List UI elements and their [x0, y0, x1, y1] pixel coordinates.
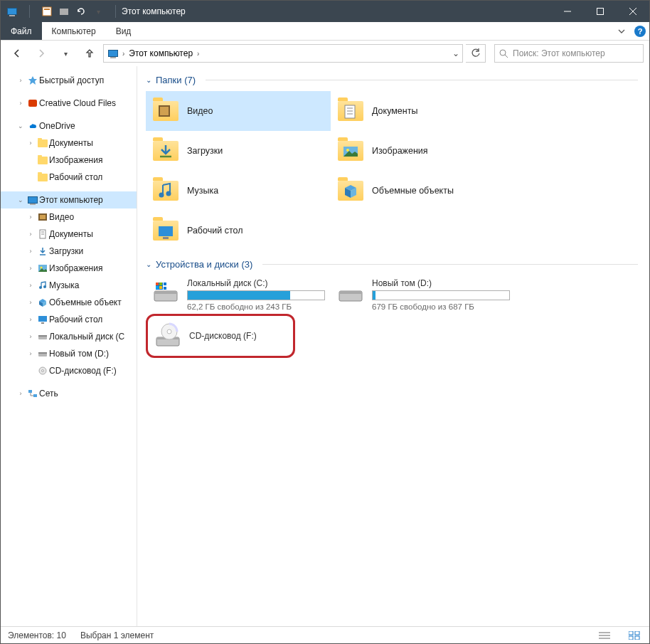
- tree-downloads[interactable]: ›Загрузки: [1, 243, 137, 260]
- tree-label: Новый том (D:): [49, 349, 109, 359]
- folder-documents[interactable]: Документы: [331, 91, 516, 131]
- status-item-count: Элементов: 10: [8, 630, 66, 640]
- svg-rect-29: [33, 394, 37, 397]
- back-button[interactable]: [6, 43, 28, 64]
- drive-c[interactable]: Локальный диск (C:) 62,2 ГБ свободно из …: [146, 275, 331, 314]
- tree-disk-c[interactable]: ›Локальный диск (C: [1, 328, 137, 345]
- chevron-down-icon[interactable]: ⌄: [15, 196, 26, 204]
- address-bar-row: ▾ › Этот компьютер › ⌄ Поиск: Этот компь…: [1, 41, 649, 66]
- folder-3d-objects[interactable]: Объемные объекты: [331, 171, 516, 211]
- close-button[interactable]: [617, 1, 649, 22]
- chevron-right-icon[interactable]: ›: [25, 316, 36, 323]
- svg-rect-50: [156, 286, 159, 289]
- tree-onedrive-docs[interactable]: ›Документы: [1, 134, 137, 152]
- folder-music[interactable]: Музыка: [146, 171, 331, 211]
- ribbon: Файл Компьютер Вид ?: [1, 22, 649, 41]
- view-tab[interactable]: Вид: [106, 22, 142, 40]
- drive-d[interactable]: Новый том (D:) 679 ГБ свободно из 687 ГБ: [331, 275, 516, 314]
- computer-tab[interactable]: Компьютер: [42, 22, 106, 40]
- properties-icon[interactable]: [41, 6, 53, 17]
- tree-onedrive[interactable]: ⌄OneDrive: [1, 117, 137, 134]
- tree-this-pc[interactable]: ⌄Этот компьютер: [1, 191, 137, 208]
- window-title: Этот компьютер: [122, 6, 186, 16]
- address-box[interactable]: › Этот компьютер › ⌄: [103, 44, 463, 63]
- chevron-right-icon[interactable]: ›: [25, 282, 36, 289]
- svg-line-8: [505, 55, 508, 58]
- image-icon: [36, 263, 49, 273]
- svg-point-39: [159, 193, 164, 198]
- recent-dropdown[interactable]: ▾: [55, 43, 76, 64]
- folder-downloads[interactable]: Загрузки: [146, 131, 331, 171]
- forward-button[interactable]: [31, 43, 52, 64]
- group-title: Устройства и диски (3): [156, 259, 252, 270]
- svg-point-17: [41, 267, 43, 269]
- new-folder-icon[interactable]: [58, 6, 70, 17]
- folder-desktop[interactable]: Рабочий стол: [146, 211, 331, 250]
- tree-quick-access[interactable]: ›Быстрый доступ: [1, 72, 137, 89]
- cube-icon: [36, 297, 49, 307]
- chevron-right-icon[interactable]: ›: [197, 50, 199, 58]
- chevron-right-icon[interactable]: ›: [25, 231, 36, 238]
- chevron-right-icon[interactable]: ›: [25, 248, 36, 255]
- folder-label: Видео: [187, 106, 213, 116]
- tree-docs[interactable]: ›Документы: [1, 226, 137, 243]
- tree-music[interactable]: ›Музыка: [1, 277, 137, 294]
- svg-rect-49: [159, 283, 162, 285]
- tree-onedrive-images[interactable]: Изображения: [1, 152, 137, 169]
- folder-icon: [36, 139, 49, 147]
- docs-folder-icon: [336, 97, 365, 125]
- cc-icon: [26, 98, 39, 108]
- status-bar: Элементов: 10 Выбран 1 элемент: [1, 626, 649, 643]
- svg-rect-63: [629, 636, 633, 640]
- chevron-down-icon[interactable]: ⌄: [15, 122, 26, 130]
- group-folders[interactable]: ⌄ Папки (7): [146, 66, 649, 91]
- chevron-right-icon[interactable]: ›: [122, 50, 124, 58]
- chevron-right-icon[interactable]: ›: [25, 213, 36, 221]
- address-dropdown-icon[interactable]: ⌄: [452, 48, 459, 58]
- chevron-right-icon[interactable]: ›: [25, 265, 36, 272]
- minimize-button[interactable]: [551, 1, 584, 22]
- refresh-button[interactable]: [466, 44, 486, 63]
- folder-images[interactable]: Изображения: [331, 131, 516, 171]
- tree-label: OneDrive: [39, 121, 75, 131]
- expand-ribbon-button[interactable]: [612, 22, 631, 41]
- undo-icon[interactable]: [75, 6, 87, 17]
- thumbnails-view-button[interactable]: [627, 629, 642, 642]
- drive-cdrom[interactable]: CD-дисковод (F:): [146, 314, 295, 358]
- tree-creative-cloud[interactable]: ›Creative Cloud Files: [1, 95, 137, 112]
- tree-cdrom[interactable]: CD-дисковод (F:): [1, 362, 137, 379]
- chevron-right-icon[interactable]: ›: [15, 77, 26, 84]
- tree-network[interactable]: ›Сеть: [1, 385, 137, 402]
- chevron-right-icon[interactable]: ›: [15, 100, 26, 107]
- tree-label: Видео: [49, 212, 74, 222]
- search-box[interactable]: Поиск: Этот компьютер: [494, 44, 644, 63]
- tree-video[interactable]: ›Видео: [1, 208, 137, 226]
- chevron-right-icon[interactable]: ›: [25, 299, 36, 306]
- chevron-right-icon[interactable]: ›: [15, 390, 26, 397]
- qat-dropdown-icon[interactable]: ▾: [92, 6, 104, 17]
- tree-images[interactable]: ›Изображения: [1, 260, 137, 277]
- svg-rect-31: [160, 107, 169, 115]
- chevron-right-icon[interactable]: ›: [25, 139, 36, 147]
- details-view-button[interactable]: [597, 629, 612, 642]
- file-tab[interactable]: Файл: [1, 22, 42, 40]
- chevron-right-icon[interactable]: ›: [25, 333, 36, 340]
- group-drives[interactable]: ⌄ Устройства и диски (3): [146, 250, 649, 275]
- search-placeholder: Поиск: Этот компьютер: [513, 48, 605, 58]
- tree-desktop[interactable]: ›Рабочий стол: [1, 311, 137, 328]
- tree-onedrive-desktop[interactable]: Рабочий стол: [1, 169, 137, 186]
- tree-disk-d[interactable]: ›Новый том (D:): [1, 345, 137, 362]
- folders-grid: Видео Документы Загрузки Изображения Муз…: [146, 91, 649, 250]
- tree-label: Музыка: [49, 280, 79, 290]
- folder-video[interactable]: Видео: [146, 91, 331, 131]
- breadcrumb-current[interactable]: Этот компьютер: [127, 48, 194, 58]
- svg-rect-47: [164, 287, 166, 290]
- up-button[interactable]: [79, 43, 100, 64]
- maximize-button[interactable]: [584, 1, 617, 22]
- chevron-right-icon[interactable]: ›: [25, 350, 36, 357]
- help-button[interactable]: ?: [631, 22, 649, 41]
- tree-3d-objects[interactable]: ›Объемные объект: [1, 294, 137, 311]
- breadcrumb-root[interactable]: [107, 50, 119, 57]
- body: ›Быстрый доступ ›Creative Cloud Files ⌄O…: [1, 66, 649, 626]
- svg-point-7: [500, 50, 506, 56]
